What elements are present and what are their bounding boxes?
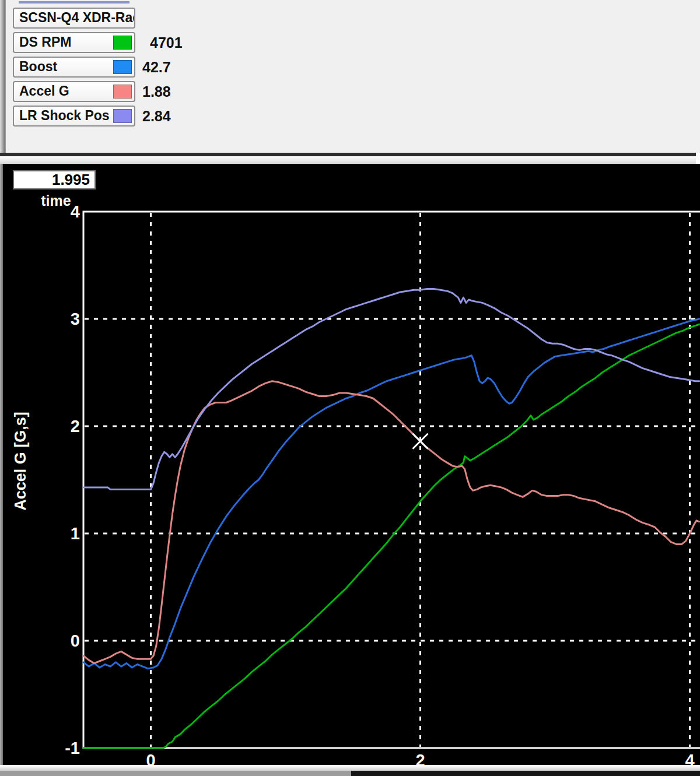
datalogger-window: SCSN-Q4 XDR-Rad DS RPM 4701 Boost 42.7 A… xyxy=(0,0,700,776)
bottom-pane-edge-left xyxy=(0,771,351,776)
y-tick-label: -1 xyxy=(44,736,80,760)
y-axis-title: Accel G [G,s] xyxy=(12,396,29,526)
channel-color-swatch xyxy=(113,60,132,74)
clipped-toolbar-edge xyxy=(19,1,130,3)
channel-label: Boost xyxy=(19,59,57,74)
legend-panel: SCSN-Q4 XDR-Rad DS RPM 4701 Boost 42.7 A… xyxy=(0,0,700,153)
channel-value-lr-shock-pos: 2.84 xyxy=(142,106,206,127)
y-tick-label: 4 xyxy=(44,199,80,224)
channel-value-ds-rpm: 4701 xyxy=(150,32,214,53)
bottom-pane-edge-right xyxy=(351,771,700,776)
bottom-splitter-bar[interactable] xyxy=(0,765,700,771)
channel-value-accel-g: 1.88 xyxy=(142,81,206,102)
channel-button-accel-g[interactable]: Accel G xyxy=(13,81,135,102)
trace-lr-shock-pos xyxy=(83,289,699,490)
splitter-edge-highlight xyxy=(696,153,700,164)
channel-label: Accel G xyxy=(19,83,69,99)
run-select-button[interactable]: SCSN-Q4 XDR-Rad xyxy=(13,8,135,29)
y-tick-label: 1 xyxy=(44,521,80,546)
y-tick-label: 3 xyxy=(44,307,80,331)
splitter-bar[interactable] xyxy=(0,156,700,164)
run-select-label: SCSN-Q4 XDR-Rad xyxy=(19,10,135,25)
channel-button-lr-shock-pos[interactable]: LR Shock Pos xyxy=(13,106,135,127)
channel-value-boost: 42.7 xyxy=(142,57,206,78)
window-left-edge xyxy=(0,0,6,153)
graph-left-edge xyxy=(0,164,3,776)
channel-button-boost[interactable]: Boost xyxy=(13,57,135,78)
graph-plot-area[interactable] xyxy=(0,164,700,776)
channel-color-swatch xyxy=(113,85,132,99)
y-tick-label: 2 xyxy=(44,414,80,438)
channel-button-ds-rpm[interactable]: DS RPM xyxy=(13,32,135,53)
trace-ds-rpm xyxy=(83,324,699,748)
channel-color-swatch xyxy=(113,109,132,123)
plot-border xyxy=(83,212,700,748)
channel-label: LR Shock Pos xyxy=(19,108,110,123)
cursor-time-box[interactable]: 1.995 xyxy=(13,170,96,189)
channel-label: DS RPM xyxy=(19,34,71,50)
channel-color-swatch xyxy=(113,36,132,50)
y-tick-label: 0 xyxy=(44,628,80,653)
